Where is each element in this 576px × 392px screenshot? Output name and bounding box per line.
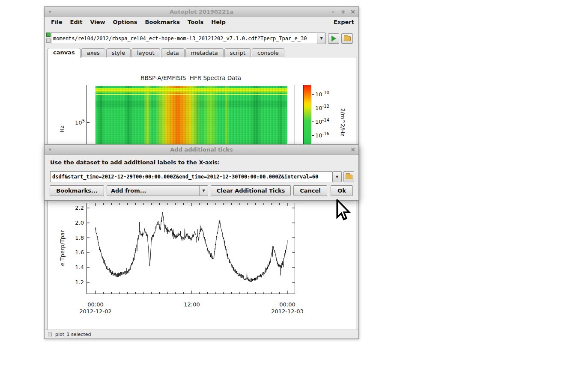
menu-file[interactable]: File bbox=[47, 18, 66, 26]
uri-dropdown-button[interactable]: ▼ bbox=[317, 33, 326, 44]
colorbar-tick bbox=[312, 108, 314, 108]
line-plot-series bbox=[87, 203, 295, 294]
dialog-close-button[interactable]: × bbox=[350, 146, 356, 153]
tabbar: canvas axes style layout data metadata s… bbox=[48, 48, 284, 57]
line-plot-ytick-label: 1.4 bbox=[65, 264, 84, 270]
line-plot-ylabel: e Tperp/Tpar bbox=[59, 214, 66, 282]
cancel-button[interactable]: Cancel bbox=[293, 185, 327, 196]
add-additional-ticks-dialog: ▾ Add additional ticks × Use the dataset… bbox=[44, 144, 359, 201]
dialog-message: Use the dataset to add additional labels… bbox=[50, 159, 220, 166]
tab-metadata[interactable]: metadata bbox=[185, 48, 224, 57]
status-grip bbox=[48, 333, 52, 336]
mouse-cursor bbox=[336, 199, 351, 223]
line-plot-xtick-label: 12:00 bbox=[173, 301, 211, 308]
line-plot-ytick-label: 2.0 bbox=[65, 220, 84, 226]
colorbar-tick bbox=[312, 135, 314, 136]
menu-bookmarks[interactable]: Bookmarks bbox=[141, 18, 184, 26]
clear-additional-ticks-button[interactable]: Clear Additional Ticks bbox=[211, 185, 291, 196]
chevron-down-icon: ▼ bbox=[336, 175, 338, 179]
tab-console[interactable]: console bbox=[252, 48, 284, 57]
ticks-open-file-button[interactable] bbox=[343, 171, 354, 182]
ticks-uri-dropdown-button[interactable]: ▼ bbox=[332, 171, 342, 182]
expert-mode-label[interactable]: Expert bbox=[334, 19, 358, 25]
minimize-button[interactable]: – bbox=[330, 8, 336, 15]
spectra-ytick-label: 105 bbox=[67, 119, 85, 126]
play-icon bbox=[331, 36, 336, 42]
spectra-ytick-mark bbox=[87, 122, 90, 123]
tab-script[interactable]: script bbox=[224, 48, 251, 57]
colorbar-tick-label: 10-10 bbox=[315, 90, 329, 98]
status-text: plot_1 selected bbox=[55, 332, 91, 337]
chevron-down-icon[interactable]: ▼ bbox=[199, 186, 208, 196]
dialog-titlebar[interactable]: ▾ Add additional ticks × bbox=[45, 145, 358, 155]
statusbar: plot_1 selected bbox=[45, 330, 358, 339]
plot-go-button[interactable] bbox=[328, 33, 339, 44]
window-title: Autoplot 20190221a bbox=[45, 9, 358, 15]
menu-view[interactable]: View bbox=[86, 18, 109, 26]
folder-icon bbox=[344, 36, 351, 41]
close-button[interactable]: × bbox=[350, 8, 356, 15]
tab-layout[interactable]: layout bbox=[131, 48, 160, 57]
uri-input[interactable] bbox=[51, 33, 317, 44]
menu-edit[interactable]: Edit bbox=[66, 18, 87, 26]
tab-data[interactable]: data bbox=[161, 48, 185, 57]
line-plot-ytick-label: 2.2 bbox=[65, 205, 84, 211]
ticks-uri-input[interactable] bbox=[50, 171, 332, 182]
line-plot bbox=[87, 203, 295, 294]
tab-axes[interactable]: axes bbox=[81, 48, 105, 57]
colorbar-tick bbox=[312, 94, 314, 95]
colorbar-unit-label: 2/m^2/Hz bbox=[340, 97, 346, 148]
menu-options[interactable]: Options bbox=[109, 18, 141, 26]
add-from-label: Add from... bbox=[111, 187, 146, 194]
maximize-button[interactable]: + bbox=[340, 8, 346, 15]
bookmarks-button[interactable]: Bookmarks... bbox=[50, 185, 104, 196]
chevron-down-icon: ▼ bbox=[320, 36, 322, 40]
menu-help[interactable]: Help bbox=[207, 18, 229, 26]
dialog-title: Add additional ticks bbox=[45, 146, 358, 153]
colorbar-tick-label: 10-14 bbox=[315, 118, 329, 125]
colorbar-tick bbox=[312, 122, 314, 122]
line-plot-xtick-label: 00:00 2012-12-03 bbox=[268, 301, 307, 315]
ok-button[interactable]: Ok bbox=[331, 185, 353, 196]
tab-style[interactable]: style bbox=[106, 48, 131, 57]
colorbar-tick-label: 10-16 bbox=[315, 131, 329, 139]
datasource-gray-icon bbox=[46, 39, 51, 43]
datasource-green-icon bbox=[46, 33, 51, 37]
folder-icon bbox=[346, 175, 352, 179]
menu-tools[interactable]: Tools bbox=[184, 18, 207, 26]
colorbar-tick-label: 10-12 bbox=[315, 104, 329, 111]
spectra-plot-title: RBSP-A/EMFISIS HFR Spectra Data bbox=[87, 74, 295, 81]
line-plot-ytick-label: 1.6 bbox=[65, 249, 84, 255]
line-plot-xtick-label: 00:00 2012-12-02 bbox=[76, 301, 115, 315]
open-file-button[interactable] bbox=[341, 33, 353, 44]
tab-canvas[interactable]: canvas bbox=[48, 48, 81, 58]
line-plot-ytick-label: 1.8 bbox=[65, 235, 84, 241]
add-from-dropdown[interactable]: Add from... ▼ bbox=[107, 185, 208, 196]
menubar: File Edit View Options Bookmarks Tools H… bbox=[45, 17, 358, 27]
line-plot-ytick-label: 1.2 bbox=[65, 279, 84, 285]
window-titlebar[interactable]: ▾ Autoplot 20190221a – + × bbox=[45, 7, 358, 17]
